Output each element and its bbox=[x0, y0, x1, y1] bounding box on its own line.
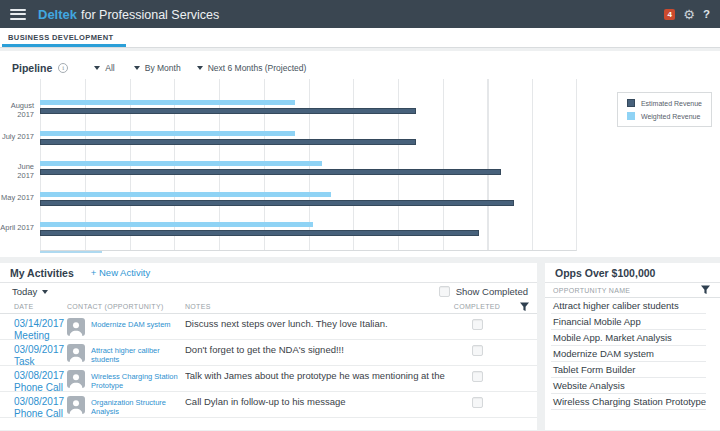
opps-title-row: Opps Over $100,000 bbox=[545, 263, 720, 283]
list-item[interactable]: Mobile App. Market Analysis bbox=[551, 330, 706, 346]
hamburger-menu-icon[interactable] bbox=[10, 9, 26, 20]
person-icon bbox=[68, 398, 84, 414]
contact-cell: Modernize DAM system bbox=[67, 318, 185, 342]
pipeline-bar-chart: Estimated Revenue Weighted Revenue Augus… bbox=[0, 79, 720, 257]
top-bar: Deltek for Professional Services 4 ⚙ ? bbox=[0, 0, 720, 28]
pipeline-filter-stage[interactable]: All bbox=[94, 63, 114, 73]
notification-badge[interactable]: 4 bbox=[664, 9, 675, 20]
weighted-revenue-bar bbox=[40, 131, 295, 136]
show-completed-checkbox[interactable] bbox=[439, 286, 450, 297]
estimated-revenue-bar bbox=[40, 169, 501, 175]
my-activities-panel: My Activities + New Activity Today Show … bbox=[0, 263, 537, 430]
period-dropdown[interactable]: Today bbox=[12, 286, 48, 297]
activity-date-link[interactable]: 03/14/2017Meeting bbox=[14, 318, 67, 342]
brand-name: Deltek bbox=[38, 7, 77, 22]
legend-item-estimated: Estimated Revenue bbox=[627, 99, 702, 107]
chevron-down-icon bbox=[197, 66, 203, 70]
estimated-revenue-bar bbox=[40, 108, 416, 114]
opportunity-link[interactable]: Modernize DAM system bbox=[91, 318, 171, 342]
app-title: Deltek for Professional Services bbox=[38, 7, 219, 22]
help-icon[interactable]: ? bbox=[703, 8, 710, 20]
opportunity-link[interactable]: Organization Structure Analysis bbox=[91, 396, 179, 420]
opps-title: Opps Over $100,000 bbox=[555, 267, 655, 279]
activities-filter-button[interactable] bbox=[507, 302, 537, 312]
activities-title: My Activities bbox=[10, 267, 74, 279]
activity-notes: Call Dylan in follow-up to his message bbox=[185, 396, 447, 420]
month-label: June 2017 bbox=[0, 162, 34, 180]
activity-date-link[interactable]: 03/08/2017Phone Call bbox=[14, 370, 67, 394]
new-activity-button[interactable]: + New Activity bbox=[91, 267, 150, 278]
column-header-notes: NOTES bbox=[185, 303, 447, 310]
topbar-actions: 4 ⚙ ? bbox=[664, 8, 710, 21]
completed-checkbox[interactable] bbox=[472, 397, 483, 408]
list-item[interactable]: Wireless Charging Station Prototype bbox=[551, 394, 706, 410]
table-row: 03/08/2017Phone Call Wireless Charging S… bbox=[0, 366, 537, 392]
opportunity-link[interactable]: Attract higher caliber students bbox=[91, 344, 179, 368]
table-row: 03/14/2017Meeting Modernize DAM system D… bbox=[0, 314, 537, 340]
activity-date-link[interactable]: 03/08/2017Phone Call bbox=[14, 396, 67, 420]
list-item[interactable]: Website Analysis bbox=[551, 378, 706, 394]
filter-label: All bbox=[105, 63, 114, 73]
activities-title-row: My Activities + New Activity bbox=[0, 263, 537, 283]
opps-table-header: OPPORTUNITY NAME bbox=[545, 283, 720, 298]
list-item[interactable]: Tablet Form Builder bbox=[551, 362, 706, 378]
activity-notes: Don't forget to get the NDA's signed!!! bbox=[185, 344, 447, 368]
opps-filter-button[interactable] bbox=[701, 285, 710, 296]
show-completed-label: Show Completed bbox=[456, 286, 528, 297]
list-item[interactable]: Attract higher caliber students bbox=[551, 298, 706, 314]
pipeline-title: Pipeline bbox=[12, 62, 52, 74]
chart-legend: Estimated Revenue Weighted Revenue bbox=[617, 92, 712, 127]
weighted-revenue-bar bbox=[40, 100, 295, 105]
contact-avatar bbox=[67, 318, 85, 336]
pipeline-header: Pipeline All By Month Next 6 Months (Pro… bbox=[0, 51, 720, 75]
estimated-revenue-swatch bbox=[627, 99, 635, 107]
column-header-completed: COMPLETED bbox=[447, 303, 507, 310]
legend-label: Weighted Revenue bbox=[641, 113, 700, 120]
table-row: 03/08/2017Phone Call Organization Struct… bbox=[0, 392, 537, 418]
column-header-contact: CONTACT (OPPORTUNITY) bbox=[67, 303, 185, 310]
activity-notes: Discuss next steps over lunch. They love… bbox=[185, 318, 447, 342]
chart-scroll-indicator[interactable] bbox=[40, 251, 102, 253]
completed-checkbox[interactable] bbox=[472, 345, 483, 356]
month-label: April 2017 bbox=[0, 223, 34, 232]
column-header-opportunity-name: OPPORTUNITY NAME bbox=[553, 287, 630, 294]
show-completed-toggle: Show Completed bbox=[439, 286, 528, 297]
weighted-revenue-bar bbox=[40, 192, 331, 197]
completed-checkbox[interactable] bbox=[472, 371, 483, 382]
activity-date-link[interactable]: 03/09/2017Task bbox=[14, 344, 67, 368]
person-icon bbox=[68, 320, 84, 336]
tab-bar: BUSINESS DEVELOPMENT bbox=[0, 28, 720, 48]
table-row: 03/09/2017Task Attract higher caliber st… bbox=[0, 340, 537, 366]
contact-avatar bbox=[67, 370, 85, 388]
contact-cell: Organization Structure Analysis bbox=[67, 396, 185, 420]
activities-filter-row: Today Show Completed bbox=[0, 283, 537, 300]
pipeline-filter-range[interactable]: Next 6 Months (Projected) bbox=[197, 63, 307, 73]
pipeline-filter-grouping[interactable]: By Month bbox=[134, 63, 181, 73]
estimated-revenue-bar bbox=[40, 200, 514, 206]
contact-cell: Attract higher caliber students bbox=[67, 344, 185, 368]
contact-avatar bbox=[67, 344, 85, 362]
period-label: Today bbox=[12, 286, 37, 297]
info-icon[interactable] bbox=[58, 63, 68, 73]
legend-label: Estimated Revenue bbox=[641, 100, 702, 107]
chevron-down-icon bbox=[134, 66, 140, 70]
weighted-revenue-bar bbox=[40, 161, 322, 166]
filter-funnel-icon bbox=[701, 285, 710, 295]
month-label: August 2017 bbox=[0, 101, 34, 119]
activities-table-header: DATE CONTACT (OPPORTUNITY) NOTES COMPLET… bbox=[0, 300, 537, 314]
weighted-revenue-bar bbox=[40, 222, 313, 227]
opportunity-link[interactable]: Wireless Charging Station Prototype bbox=[91, 370, 179, 394]
list-item[interactable]: Financial Mobile App bbox=[551, 314, 706, 330]
pipeline-panel: Pipeline All By Month Next 6 Months (Pro… bbox=[0, 51, 720, 257]
contact-cell: Wireless Charging Station Prototype bbox=[67, 370, 185, 394]
filter-funnel-icon bbox=[520, 302, 529, 312]
brand-suffix: for Professional Services bbox=[81, 8, 219, 22]
list-item[interactable]: Modernize DAM system bbox=[551, 346, 706, 362]
legend-item-weighted: Weighted Revenue bbox=[627, 112, 702, 120]
estimated-revenue-bar bbox=[40, 230, 479, 236]
column-header-date: DATE bbox=[14, 303, 67, 310]
month-label: May 2017 bbox=[0, 193, 34, 202]
tab-business-development[interactable]: BUSINESS DEVELOPMENT bbox=[2, 29, 126, 47]
gear-icon[interactable]: ⚙ bbox=[683, 8, 695, 21]
completed-checkbox[interactable] bbox=[472, 319, 483, 330]
